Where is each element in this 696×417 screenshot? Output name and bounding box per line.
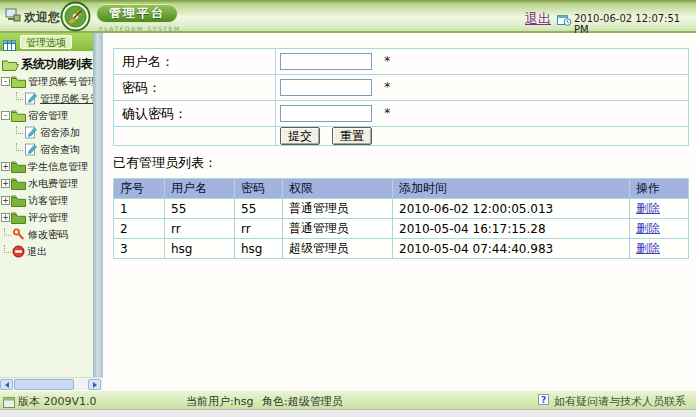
header: 欢迎您-- 管理平台 PLATFORM SYSTEM 退出 2010-06-02… <box>0 0 696 33</box>
sidebar-item-exit[interactable]: 退出 <box>0 243 93 260</box>
current-role-text: 角色:超级管理员 <box>262 394 343 409</box>
admin-list-table: 序号 用户名 密码 权限 添加时间 操作 1 55 55 普通管理员 2010-… <box>113 178 689 259</box>
cell-action: 删除 <box>630 219 689 239</box>
tree-elbow-connector <box>16 143 23 151</box>
tree-item-label: 宿舍管理 <box>28 107 68 124</box>
expand-plus-icon[interactable]: + <box>1 196 10 205</box>
sidebar-item-dorm-mgmt[interactable]: - 宿舍管理 <box>0 107 93 124</box>
main-content: 用户名： * 密码： * 确认密码： * 提交 重置 <box>103 33 696 390</box>
key-icon <box>12 228 26 241</box>
table-header-row: 序号 用户名 密码 权限 添加时间 操作 <box>114 179 689 199</box>
sidebar-item-visitor-mgmt[interactable]: + 访客管理 <box>0 192 93 209</box>
confirm-password-label: 确认密码： <box>114 101 276 127</box>
app-title-badge: 管理平台 <box>96 4 178 23</box>
current-user-text: 当前用户:hsg <box>186 394 253 409</box>
cell-action: 删除 <box>630 239 689 259</box>
window-bottom-edge <box>0 409 696 417</box>
confirm-password-input[interactable] <box>280 105 372 122</box>
folder-icon <box>11 161 26 173</box>
scroll-right-button[interactable] <box>88 379 101 390</box>
cell-password: rr <box>235 219 283 239</box>
logout-link[interactable]: 退出 <box>525 10 551 28</box>
cell-addtime: 2010-06-02 12:00:05.013 <box>393 199 630 219</box>
required-asterisk: * <box>384 106 390 120</box>
tree-item-label: 退出 <box>27 243 47 260</box>
folder-icon <box>11 195 26 207</box>
cell-no: 2 <box>114 219 165 239</box>
cell-role: 普通管理员 <box>283 219 393 239</box>
cell-no: 1 <box>114 199 165 219</box>
expand-plus-icon[interactable]: + <box>1 162 10 171</box>
sidebar-item-utility-fee-mgmt[interactable]: + 水电费管理 <box>0 175 93 192</box>
sidebar-item-change-password[interactable]: 修改密码 <box>0 226 93 243</box>
required-asterisk: * <box>384 54 390 68</box>
password-field-cell: * <box>276 75 689 101</box>
table-row: 2 rr rr 普通管理员 2010-05-04 16:17:15.28 删除 <box>114 219 689 239</box>
scroll-left-button[interactable] <box>0 379 13 390</box>
sidebar-item-student-info-mgmt[interactable]: + 学生信息管理 <box>0 158 93 175</box>
scrollbar-thumb[interactable] <box>14 379 74 390</box>
cell-no: 3 <box>114 239 165 259</box>
collapse-minus-icon[interactable]: - <box>1 77 10 86</box>
app-subtitle: PLATFORM SYSTEM <box>99 25 181 32</box>
col-header-action: 操作 <box>630 179 689 199</box>
computer-icon <box>5 8 21 27</box>
tree-item-label: 评分管理 <box>28 209 68 226</box>
tree-root-system-functions[interactable]: 系统功能列表 <box>0 56 93 73</box>
tree-item-label: 访客管理 <box>28 192 68 209</box>
username-input[interactable] <box>280 53 372 70</box>
tree-item-label: 宿舍查询 <box>40 141 80 158</box>
submit-button[interactable]: 提交 <box>280 127 320 145</box>
collapse-minus-icon[interactable]: - <box>1 111 10 120</box>
confirm-password-field-cell: * <box>276 101 689 127</box>
sidebar-tree: 系统功能列表 - 管理员帐号管理 管理员帐号管理 - 宿舍管理 <box>0 56 93 260</box>
edit-page-icon <box>24 92 38 105</box>
tree-elbow-connector <box>16 92 23 100</box>
cell-password: hsg <box>235 239 283 259</box>
vertical-scrollbar-track[interactable] <box>93 33 103 377</box>
table-row: 3 hsg hsg 超级管理员 2010-05-04 07:44:40.983 … <box>114 239 689 259</box>
folder-icon <box>11 178 26 190</box>
tree-item-label: 修改密码 <box>28 226 68 243</box>
cell-username: hsg <box>165 239 235 259</box>
delete-link[interactable]: 删除 <box>636 221 660 235</box>
datetime: 2010-06-02 12:07:51 PM <box>574 13 696 35</box>
sidebar-item-admin-account-mgmt[interactable]: - 管理员帐号管理 <box>0 73 93 90</box>
sidebar: 管理选项 系统功能列表 - 管理员帐号管理 管理员帐号管理 - <box>0 33 93 377</box>
tree-item-label: 学生信息管理 <box>28 158 88 175</box>
delete-link[interactable]: 删除 <box>636 201 660 215</box>
sidebar-item-dorm-query[interactable]: 宿舍查询 <box>12 141 93 158</box>
cell-username: rr <box>165 219 235 239</box>
sidebar-item-dorm-add[interactable]: 宿舍添加 <box>12 124 93 141</box>
clock-icon <box>557 12 572 31</box>
cell-password: 55 <box>235 199 283 219</box>
username-field-cell: * <box>276 49 689 75</box>
edit-page-icon <box>24 143 38 156</box>
tree-root-label: 系统功能列表 <box>21 56 93 73</box>
cell-addtime: 2010-05-04 07:44:40.983 <box>393 239 630 259</box>
col-header-no: 序号 <box>114 179 165 199</box>
expand-plus-icon[interactable]: + <box>1 213 10 222</box>
sidebar-item-admin-account-mgmt-page[interactable]: 管理员帐号管理 <box>12 90 93 107</box>
password-input[interactable] <box>280 79 372 96</box>
buttons-cell: 提交 重置 <box>276 127 689 146</box>
username-label: 用户名： <box>114 49 276 75</box>
admin-form-table: 用户名： * 密码： * 确认密码： * 提交 重置 <box>113 48 689 146</box>
tree-item-label: 管理员帐号管理 <box>40 90 93 107</box>
status-bar: 版本 2009V1.0 当前用户:hsg 角色:超级管理员 ? 如有疑问请与技术… <box>0 390 696 409</box>
sidebar-item-score-mgmt[interactable]: + 评分管理 <box>0 209 93 226</box>
expand-plus-icon[interactable]: + <box>1 179 10 188</box>
tree-item-label: 管理员帐号管理 <box>28 73 93 90</box>
folder-icon <box>11 212 26 224</box>
col-header-password: 密码 <box>235 179 283 199</box>
delete-link[interactable]: 删除 <box>636 241 660 255</box>
panel-title-button[interactable]: 管理选项 <box>20 35 72 49</box>
tree-item-label: 宿舍添加 <box>40 124 80 141</box>
reset-button[interactable]: 重置 <box>332 127 372 145</box>
cell-addtime: 2010-05-04 16:17:15.28 <box>393 219 630 239</box>
tree-elbow-connector <box>4 245 11 253</box>
horizontal-scrollbar[interactable] <box>0 377 103 390</box>
cell-username: 55 <box>165 199 235 219</box>
tree-elbow-connector <box>16 126 23 134</box>
col-header-username: 用户名 <box>165 179 235 199</box>
